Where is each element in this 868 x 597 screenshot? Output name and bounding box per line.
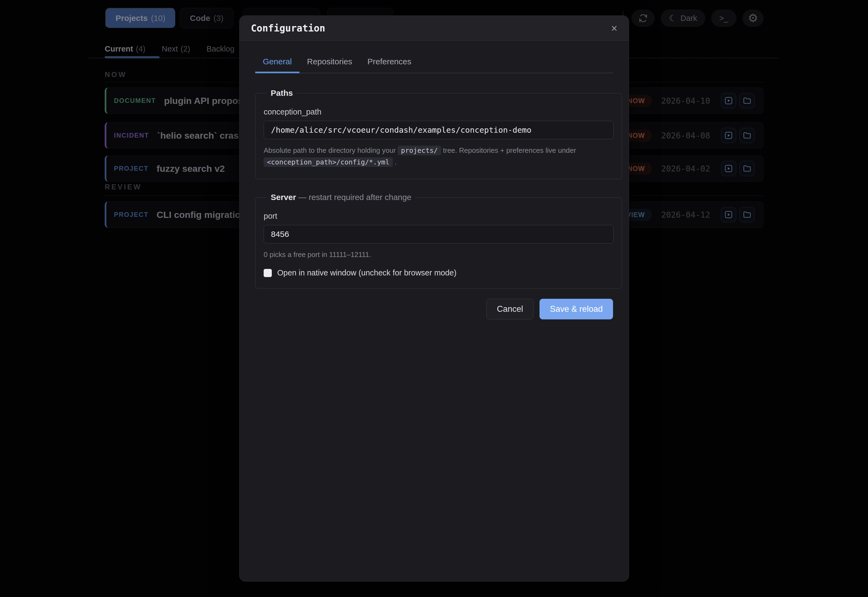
tab-repositories[interactable]: Repositories [299, 53, 360, 73]
native-window-checkbox[interactable] [264, 269, 272, 277]
cancel-button[interactable]: Cancel [486, 299, 534, 319]
conception-path-input[interactable] [264, 121, 613, 139]
port-input[interactable] [264, 225, 613, 244]
save-reload-button[interactable]: Save & reload [539, 299, 613, 319]
projects-code-chip: projects/ [398, 146, 441, 155]
paths-legend: Paths [271, 88, 293, 97]
server-legend: Server [271, 193, 296, 202]
tab-general[interactable]: General [255, 53, 299, 73]
configuration-dialog: Configuration × General Repositories Pre… [239, 15, 629, 582]
dialog-tabs: General Repositories Preferences [255, 53, 613, 73]
conception-path-label: conception_path [264, 107, 613, 116]
paths-fieldset: Paths conception_path Absolute path to t… [255, 88, 622, 179]
port-label: port [264, 212, 613, 221]
dialog-title: Configuration [251, 23, 325, 34]
conception-path-help: Absolute path to the directory holding y… [264, 145, 613, 168]
dialog-header: Configuration × [240, 16, 629, 41]
port-help: 0 picks a free port in 11111–12111. [264, 249, 613, 260]
config-code-chip: <conception_path>/config/*.yml [264, 157, 393, 167]
close-icon[interactable]: × [611, 23, 618, 34]
native-window-label: Open in native window (uncheck for brows… [277, 268, 456, 277]
server-legend-note: — restart required after change [298, 193, 412, 202]
server-fieldset: Server — restart required after change p… [255, 193, 622, 288]
tab-preferences[interactable]: Preferences [360, 53, 419, 73]
